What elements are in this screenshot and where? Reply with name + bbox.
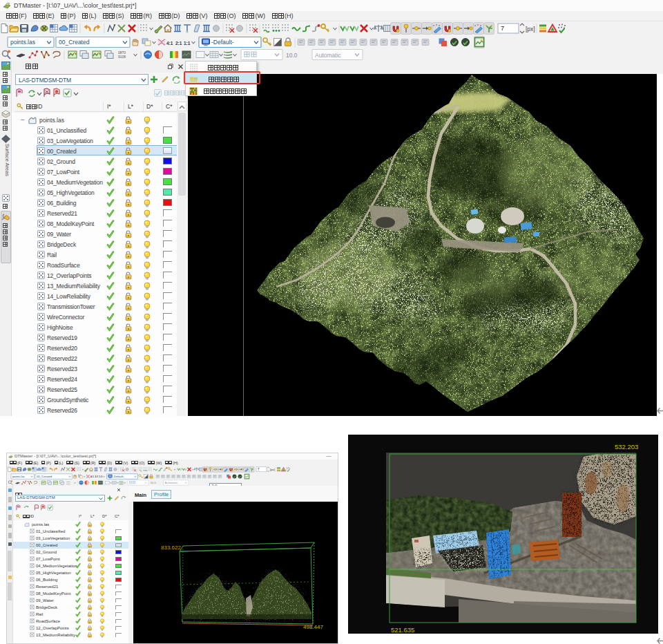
svg-text:521.635: 521.635 [391, 626, 414, 634]
svg-text:532.203: 532.203 [615, 443, 638, 451]
svg-text:833.622: 833.622 [161, 544, 181, 551]
svg-text:498.447: 498.447 [303, 624, 323, 630]
